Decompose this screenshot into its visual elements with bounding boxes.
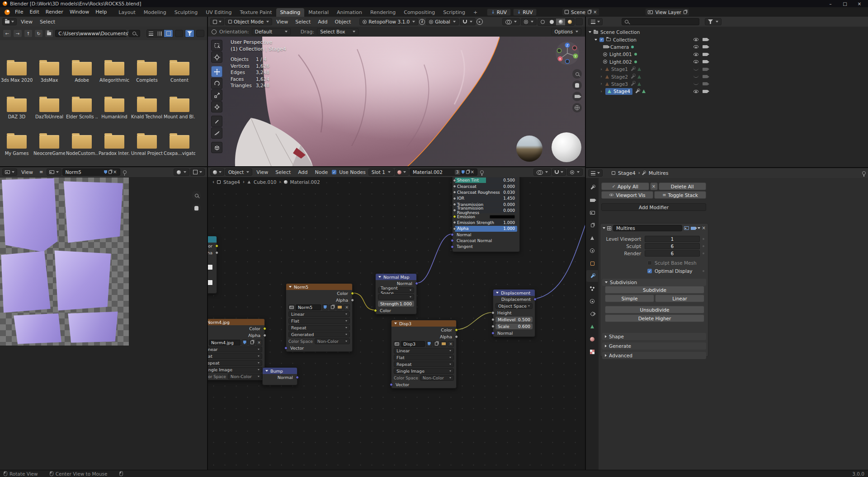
hide-viewport-icon[interactable] [693, 53, 698, 56]
disable-render-icon[interactable] [703, 53, 708, 56]
socket-input[interactable] [453, 209, 456, 212]
open-image-button[interactable] [336, 304, 343, 310]
tab-constraints[interactable] [586, 308, 598, 320]
node-image-texture-partial[interactable]: Color Alpha [208, 236, 217, 294]
apply-all-button[interactable]: ✓Apply All [601, 182, 649, 190]
folder-item[interactable]: Humankind [99, 98, 130, 119]
disable-render-icon[interactable] [703, 90, 708, 93]
help-icon[interactable]: ? [419, 19, 425, 25]
disable-render-icon[interactable] [703, 82, 708, 85]
tool-add-cube[interactable] [211, 142, 222, 153]
filter-toggle[interactable] [185, 30, 194, 37]
menu-window[interactable]: Window [66, 7, 92, 17]
disable-render-icon[interactable] [703, 38, 708, 41]
maximize-button[interactable]: □ [839, 0, 851, 7]
shading-wireframe[interactable] [538, 19, 547, 25]
unlink-image-button[interactable]: × [344, 304, 350, 310]
socket-input[interactable] [453, 191, 456, 194]
tool-cursor[interactable] [211, 51, 222, 63]
generate-section-header[interactable]: Generate [602, 342, 706, 350]
orientation-dropdown[interactable]: Default [252, 28, 291, 35]
delete-modifier-icon[interactable]: × [702, 226, 706, 230]
editor-type-button[interactable] [2, 168, 17, 176]
folder-item[interactable]: NodeCustom... [66, 135, 98, 156]
menu-help[interactable]: Help [92, 7, 110, 17]
socket-input[interactable] [453, 179, 456, 182]
tab-scene[interactable] [586, 232, 598, 244]
copy-image-button[interactable] [329, 304, 335, 310]
disable-render-icon[interactable] [703, 75, 708, 78]
socket-displacement-output[interactable] [533, 298, 537, 301]
node-header[interactable]: Normal Map [376, 274, 416, 280]
expand-icon[interactable] [589, 31, 591, 33]
image-name-field[interactable]: Norm4.jpg [209, 340, 241, 346]
outliner-row-scene-collection[interactable]: Scene Collection [589, 28, 860, 36]
view-menu[interactable]: View [273, 17, 291, 27]
decorator-dot[interactable] [703, 238, 704, 240]
tab-render[interactable] [586, 194, 598, 206]
hidden-viewport-icon[interactable] [693, 75, 698, 78]
display-thumbnails[interactable] [164, 30, 173, 37]
simple-button[interactable]: Simple [605, 295, 654, 302]
editor-type-button[interactable] [2, 18, 17, 25]
tab-material[interactable]: Material [304, 8, 333, 17]
shape-section-header[interactable]: Shape [602, 333, 706, 340]
node-overlays-dropdown[interactable] [533, 168, 551, 176]
uv-view-menu[interactable]: View [18, 168, 36, 177]
tab-uv-editing[interactable]: UV Editing [202, 8, 236, 17]
tab-layout[interactable]: Layout [114, 8, 139, 17]
tab-rendering[interactable]: Rendering [366, 8, 400, 17]
node-view-menu[interactable]: View [253, 168, 271, 177]
path-field[interactable]: C:\Users\wwwww\Documents\ [55, 30, 127, 37]
tab-scripting[interactable]: Scripting [439, 8, 469, 17]
midlevel-slider[interactable]: Midlevel0.500 [495, 317, 533, 323]
zoom-button[interactable] [572, 69, 582, 79]
copy-image-button[interactable] [249, 340, 255, 346]
unsubdivide-button[interactable]: Unsubdivide [605, 306, 704, 313]
outliner-row-stage4-selected[interactable]: › Stage4 [589, 88, 860, 95]
node-principled-bsdf[interactable]: Sheen Tint0.500 Clearcoat0.000 Clearcoat… [452, 177, 520, 252]
extension-dropdown[interactable]: Repeat [208, 360, 262, 366]
colorspace-dropdown[interactable]: Non-Color [315, 338, 350, 344]
node-bump[interactable]: Bump Normal [262, 367, 297, 385]
menu-file[interactable]: File [12, 7, 26, 17]
folder-item[interactable]: Mount and Bl... [164, 98, 195, 119]
select-menu[interactable]: Select [292, 17, 314, 27]
socket-alpha-output[interactable] [455, 335, 458, 338]
subdivision-section-header[interactable]: Subdivision [602, 279, 706, 286]
outliner-row-light-001[interactable]: Light.001 [589, 51, 860, 58]
socket-input[interactable] [453, 185, 456, 188]
node-snapping-button[interactable] [552, 168, 566, 176]
pan-button[interactable] [572, 80, 582, 90]
unlink-image-button[interactable]: × [448, 341, 454, 347]
menu-icon[interactable]: ≡ [37, 170, 45, 174]
socket-color-output[interactable] [215, 244, 218, 248]
folder-item[interactable]: 3ds Max 2020 [1, 62, 33, 83]
outliner-search-input[interactable] [622, 18, 699, 25]
forward-button[interactable]: → [13, 29, 22, 37]
socket-color-output[interactable] [351, 292, 354, 295]
outliner-filter-dropdown[interactable] [705, 18, 722, 25]
tab-texture[interactable] [586, 346, 598, 358]
interpolation-dropdown[interactable]: Linear [394, 348, 454, 354]
outliner-row-stage1[interactable]: › Stage1 [589, 65, 860, 73]
collapse-icon[interactable] [603, 227, 605, 229]
tool-scale[interactable] [211, 89, 222, 101]
folder-item[interactable]: Elder Scrolls ... [66, 98, 98, 119]
tab-material[interactable] [586, 333, 598, 345]
tool-measure[interactable] [211, 127, 222, 139]
tab-physics[interactable] [586, 295, 598, 307]
display-mode-toggle[interactable] [146, 29, 174, 37]
node-header[interactable]: Displacement [493, 290, 535, 296]
unlink-scene-icon[interactable]: × [593, 10, 597, 14]
source-dropdown[interactable]: Single Image [394, 368, 454, 374]
open-image-button[interactable] [440, 341, 447, 347]
back-button[interactable]: ← [3, 29, 11, 37]
image-browse-dropdown[interactable] [47, 168, 61, 176]
minimize-button[interactable]: – [825, 0, 836, 7]
options-dropdown[interactable]: Options [551, 28, 581, 35]
blender-menu-icon[interactable] [5, 9, 10, 15]
display-realtime-icon[interactable] [684, 226, 689, 230]
node-header[interactable] [208, 236, 217, 243]
shading-rendered[interactable] [565, 19, 574, 25]
